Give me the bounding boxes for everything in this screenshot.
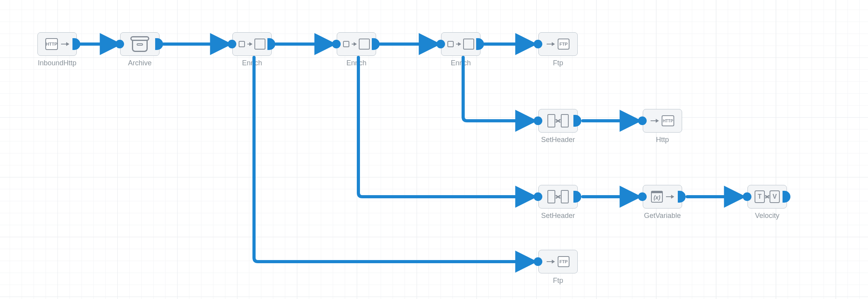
input-port[interactable] bbox=[115, 40, 124, 48]
flow-canvas[interactable]: HTTP InboundHttp Archive Enrich Enrich bbox=[0, 0, 868, 299]
input-port[interactable] bbox=[638, 192, 647, 201]
connectors-layer bbox=[0, 0, 868, 299]
input-port[interactable] bbox=[534, 257, 542, 266]
input-port[interactable] bbox=[743, 192, 751, 201]
input-port[interactable] bbox=[436, 40, 445, 48]
input-port[interactable] bbox=[228, 40, 236, 48]
input-port[interactable] bbox=[534, 40, 542, 48]
input-port[interactable] bbox=[534, 116, 542, 125]
input-port[interactable] bbox=[638, 116, 647, 125]
input-port[interactable] bbox=[332, 40, 341, 48]
input-port[interactable] bbox=[534, 192, 542, 201]
